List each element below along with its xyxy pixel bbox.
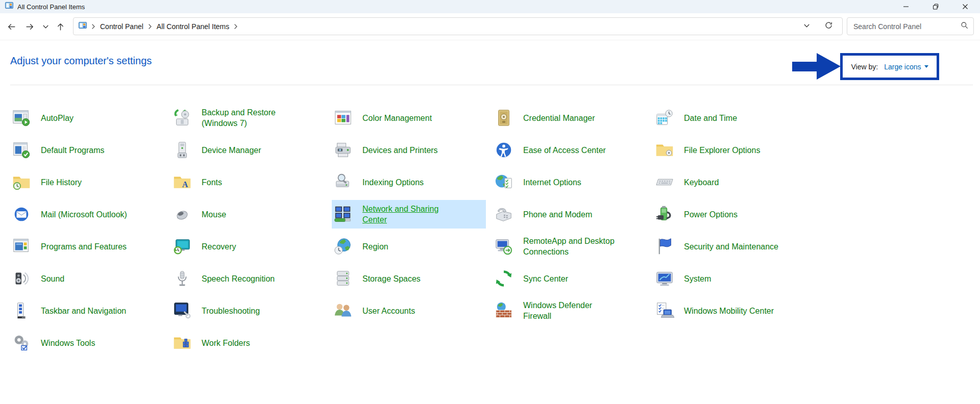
item-label: Troubleshooting [202,306,260,316]
breadcrumb-control-panel[interactable]: Control Panel [100,22,143,31]
item-fonts[interactable]: AFonts [171,168,325,196]
search-box[interactable] [847,17,974,35]
item-label: Sync Center [523,273,568,284]
item-programs-and-features[interactable]: Programs and Features [10,232,164,261]
item-file-history[interactable]: File History [10,168,164,196]
item-user-accounts[interactable]: User Accounts [332,296,486,325]
annotation-arrow-icon [792,62,819,71]
storage-spaces-icon [333,269,353,288]
item-label: Taskbar and Navigation [41,306,126,316]
item-label: Internet Options [523,177,581,188]
item-label: Date and Time [684,113,737,123]
credential-manager-icon [494,108,513,128]
item-keyboard[interactable]: Keyboard [653,168,807,196]
item-label: Windows Tools [41,338,95,348]
item-autoplay[interactable]: AutoPlay [10,104,164,132]
item-file-explorer-options[interactable]: File Explorer Options [653,136,807,164]
chevron-down-icon [924,65,928,68]
item-storage-spaces[interactable]: Storage Spaces [332,264,486,293]
item-mail-microsoft-outlook[interactable]: Mail (Microsoft Outlook) [10,200,164,229]
item-label: Recovery [202,241,236,252]
keyboard-icon [655,172,674,192]
svg-text:A: A [182,180,188,189]
item-windows-tools[interactable]: Windows Tools [10,329,164,357]
item-label: Security and Maintenance [684,241,778,252]
mail-icon [12,205,31,224]
item-label: Color Management [362,113,432,123]
item-color-management[interactable]: Color Management [332,104,486,132]
address-bar[interactable]: Control Panel All Control Panel Items [73,17,843,35]
item-recovery[interactable]: Recovery [171,232,325,261]
control-panel-icon [5,2,13,12]
item-device-manager[interactable]: Device Manager [171,136,325,164]
search-input[interactable] [852,22,961,31]
item-windows-mobility-center[interactable]: Windows Mobility Center [653,296,807,325]
item-troubleshooting[interactable]: Troubleshooting [171,296,325,325]
item-system[interactable]: System [653,264,807,293]
item-speech-recognition[interactable]: Speech Recognition [171,264,325,293]
item-label: Programs and Features [41,241,127,252]
item-label: Windows Mobility Center [684,306,774,316]
speech-recognition-icon [173,269,192,288]
window-controls [891,0,980,13]
remoteapp-icon [494,237,513,256]
address-dropdown-chevron-icon[interactable] [803,22,810,31]
item-sync-center[interactable]: Sync Center [493,264,647,293]
item-backup-and-restore-windows-7[interactable]: Backup and Restore (Windows 7) [171,104,325,132]
forward-button[interactable] [22,19,37,34]
item-date-and-time[interactable]: Date and Time [653,104,807,132]
recent-locations-chevron-icon[interactable] [40,19,51,34]
restore-button[interactable] [921,0,950,13]
item-label: RemoteApp and Desktop Connections [523,236,615,257]
item-label: System [684,273,711,284]
item-region[interactable]: Region [332,232,486,261]
item-label: Backup and Restore (Windows 7) [202,107,276,129]
devices-printers-icon [333,140,353,160]
item-label: Device Manager [202,145,261,156]
close-button[interactable] [950,0,980,13]
item-label: User Accounts [362,306,415,316]
item-taskbar-and-navigation[interactable]: Taskbar and Navigation [10,296,164,325]
item-label: Sound [41,273,64,284]
item-label: Work Folders [202,338,250,348]
item-power-options[interactable]: Power Options [653,200,807,229]
windows-tools-icon [12,333,31,352]
item-network-and-sharing-center[interactable]: Network and Sharing Center [332,200,486,229]
item-label: Credential Manager [523,113,595,123]
items-grid: AutoPlayBackup and Restore (Windows 7)Co… [10,102,814,359]
view-by-label: View by: [851,63,878,71]
power-options-icon [655,205,674,224]
minimize-button[interactable] [891,0,921,13]
item-windows-defender-firewall[interactable]: Windows Defender Firewall [493,296,647,325]
item-label: Region [362,241,388,252]
item-default-programs[interactable]: Default Programs [10,136,164,164]
item-remoteapp-and-desktop-connections[interactable]: RemoteApp and Desktop Connections [493,232,647,261]
fonts-icon: A [173,172,192,192]
refresh-icon[interactable] [824,21,833,32]
programs-features-icon [12,237,31,256]
item-internet-options[interactable]: Internet Options [493,168,647,196]
item-sound[interactable]: Sound [10,264,164,293]
view-by-control[interactable]: View by: Large icons [840,53,939,80]
item-security-and-maintenance[interactable]: Security and Maintenance [653,232,807,261]
breadcrumb-all-control-panel-items[interactable]: All Control Panel Items [157,22,229,31]
up-button[interactable] [53,19,67,34]
device-manager-icon [173,140,192,160]
item-label: AutoPlay [41,113,74,123]
control-panel-window: All Control Panel Items [0,0,980,404]
item-credential-manager[interactable]: Credential Manager [493,104,647,132]
default-programs-icon [12,140,31,160]
back-button[interactable] [4,19,18,34]
item-ease-of-access-center[interactable]: Ease of Access Center [493,136,647,164]
view-by-dropdown[interactable]: Large icons [884,63,928,71]
divider [10,85,973,85]
item-devices-and-printers[interactable]: Devices and Printers [332,136,486,164]
item-indexing-options[interactable]: Indexing Options [332,168,486,196]
item-label: Windows Defender Firewall [523,300,592,321]
file-history-icon [12,172,31,192]
item-mouse[interactable]: Mouse [171,200,325,229]
mouse-icon [173,205,192,224]
item-phone-and-modem[interactable]: Phone and Modem [493,200,647,229]
chevron-right-icon [148,23,152,30]
item-work-folders[interactable]: Work Folders [171,329,325,357]
